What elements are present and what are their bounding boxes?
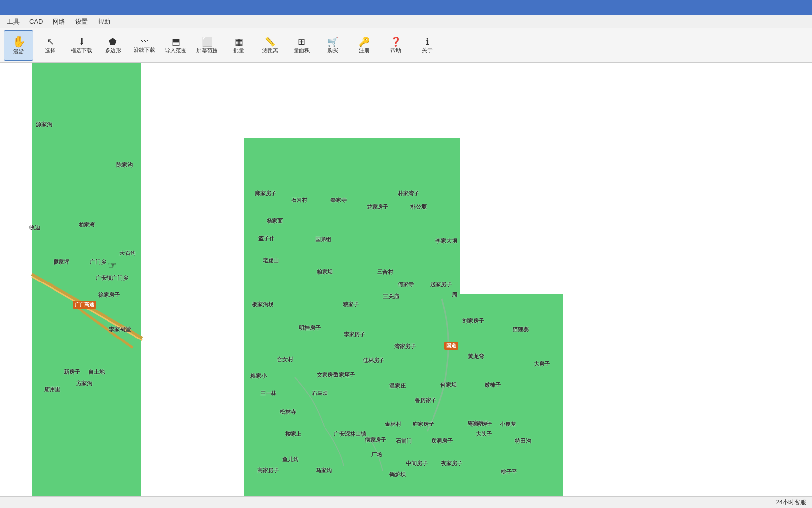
map-label: 温家庄 [389,382,406,390]
map-label: 大房子 [534,360,550,367]
map-label: 篮子什 [258,235,274,242]
tool-select[interactable]: ↖ 选择 [35,30,65,61]
map-label: 三关庙 [383,293,399,300]
register-icon: 🔑 [359,37,370,46]
menu-settings[interactable]: 设置 [70,16,93,27]
map-label: 老虎山 [263,257,279,264]
map-label: 粮家子 [343,301,359,308]
polygon-icon: ⬟ [109,37,117,46]
service-text: 24小时客服 [776,498,806,507]
map-label: 徐家房子 [98,291,120,299]
measure-dist-icon: 📏 [265,37,275,46]
tool-buy[interactable]: 🛒 购买 [318,30,348,61]
pan-icon: ✋ [12,36,26,47]
tool-measure-area[interactable]: ⊞ 量面积 [287,30,316,61]
menu-help[interactable]: 帮助 [93,16,115,27]
map-label: 石马坝 [312,390,328,397]
map-label: 鲁房家子 [415,397,436,404]
register-label: 注册 [359,47,370,54]
box-download-icon: ⬇ [78,37,85,46]
polyline-download-icon: 〰 [140,38,148,46]
tool-polygon[interactable]: ⬟ 多边形 [98,30,128,61]
map-label: 三一林 [260,390,276,397]
map-label: 特田沟 [515,437,531,445]
title-bar [0,0,812,15]
tool-pan[interactable]: ✋ 漫游 [4,30,33,61]
map-label: 底洞房子 [431,437,453,445]
map-label: 国弟组 [315,236,331,243]
map-label: 嫩柿子 [485,381,501,389]
map-label: 金林村 [385,421,401,428]
map-label: 桃子平 [501,468,517,476]
pan-label: 漫游 [13,48,24,55]
map-label: 白家垤子 [333,371,355,379]
batch-icon: ▦ [235,37,243,46]
map-label: 大石沟 [119,250,135,257]
toolbar: ✋ 漫游 ↖ 选择 ⬇ 框选下载 ⬟ 多边形 〰 沿线下载 ⬒ 导入范围 ⬜ 屏… [0,28,812,63]
tool-measure-dist[interactable]: 📏 测距离 [255,30,285,61]
map-label: 源家沟 [36,121,52,128]
map-label: 杨家面 [267,217,283,225]
map-label: 杉家房子 [470,421,492,428]
menu-network[interactable]: 网络 [48,16,70,27]
map-label: 搂家上 [285,430,301,438]
tool-import-range[interactable]: ⬒ 导入范围 [161,30,190,61]
tool-register[interactable]: 🔑 注册 [350,30,379,61]
map-label: 庐家房子 [412,421,434,428]
map-label: 广门乡 [90,258,106,266]
select-icon: ↖ [47,37,54,46]
about-icon: ℹ [426,37,429,46]
map-label: 鱼儿沟 [282,456,298,463]
map-label: 方家沟 [76,380,92,387]
map-label: 陈家沟 [116,161,133,169]
menu-tools[interactable]: 工具 [2,16,25,27]
tool-screen-range[interactable]: ⬜ 屏幕范围 [192,30,222,61]
map-label: 龙家房子 [367,203,388,211]
map-label: 柏家湾 [79,221,95,228]
road-badge-highway: 广广高速 [73,301,96,309]
map-label: 秦家寺 [330,197,347,204]
map-label: 彻家房子 [365,436,386,444]
map-label: 赵家房子 [430,281,452,288]
map-label: 锅炉坝 [389,471,406,478]
map-label: 小厦基 [500,421,516,428]
tool-batch[interactable]: ▦ 批量 [224,30,253,61]
map-label: 何家寺 [398,281,414,288]
map-label: 庙用里 [44,386,60,393]
map-label: 高家房子 [257,467,279,474]
map-area[interactable]: 广广高速 国道 源家沟陈家沟柏家湾收边大石沟廖家坪广门乡广安镇广门乡徐家房子李家… [0,63,812,496]
tool-polyline-download[interactable]: 〰 沿线下载 [130,30,159,61]
tool-box-download[interactable]: ⬇ 框选下载 [67,30,96,61]
select-label: 选择 [45,47,55,54]
map-label: 猫狸寨 [513,326,529,333]
map-label: 佳林房子 [363,357,384,364]
map-label: 石前门 [396,437,412,445]
map-label: 何家坝 [440,381,457,389]
measure-area-label: 量面积 [294,47,310,54]
about-label: 关于 [422,47,433,54]
menu-bar: 工具 CAD 网络 设置 帮助 [0,15,812,28]
map-label: 松林寺 [280,408,296,416]
map-label: 粮家坝 [317,268,333,276]
map-label: 朴家湾子 [398,190,419,197]
buy-icon: 🛒 [327,37,338,46]
screen-range-label: 屏幕范围 [196,47,218,54]
help-icon: ❓ [390,37,401,46]
map-label: 广安镇广门乡 [96,274,128,282]
map-label: 新房子 [64,368,80,376]
map-label: 板家沟坝 [252,301,273,308]
buy-label: 购买 [327,47,338,54]
menu-cad[interactable]: CAD [25,17,48,26]
map-label: 周 [452,291,457,299]
measure-area-icon: ⊞ [298,37,305,46]
map-label: 明桂房子 [299,324,321,332]
tool-about[interactable]: ℹ 关于 [412,30,442,61]
map-label: 广场 [371,451,382,458]
tool-help[interactable]: ❓ 帮助 [381,30,410,61]
screen-range-icon: ⬜ [202,37,213,46]
map-label: 朴公堰 [410,203,427,211]
batch-label: 批量 [233,47,244,54]
map-label: 中间房子 [406,460,428,467]
measure-dist-label: 测距离 [262,47,278,54]
map-label: 李家房子 [344,331,365,338]
